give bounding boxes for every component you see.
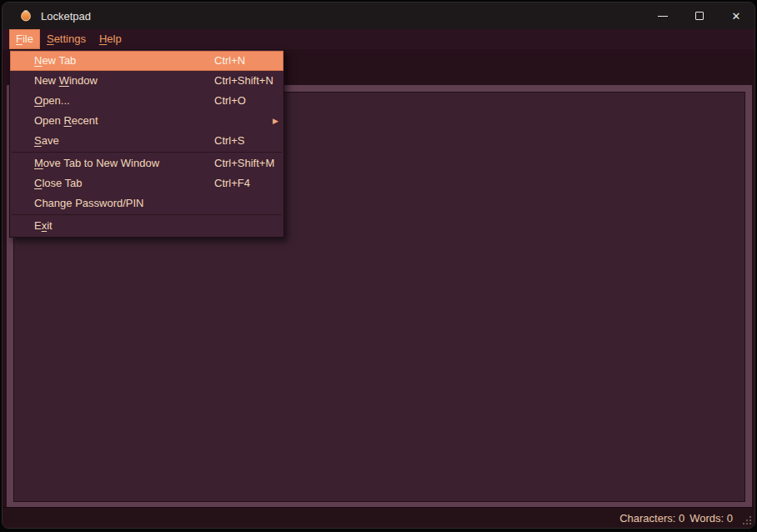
menu-separator (12, 214, 282, 215)
menu-item-open-recent[interactable]: Open Recent ▶ (10, 111, 283, 131)
menu-item-open[interactable]: Open... Ctrl+O (10, 91, 283, 111)
menu-item-new-tab[interactable]: New Tab Ctrl+N (10, 51, 283, 71)
menu-bar: File Settings Help (3, 29, 754, 49)
app-window: Locketpad ✕ File Settings Help Character… (2, 2, 755, 529)
shortcut-label: Ctrl+N (214, 51, 245, 71)
window-controls: ✕ (644, 3, 754, 29)
maximize-icon (695, 12, 704, 20)
shortcut-label: Ctrl+S (214, 131, 244, 151)
submenu-arrow-icon: ▶ (273, 111, 278, 131)
menu-separator (12, 152, 282, 153)
menu-item-new-window[interactable]: New Window Ctrl+Shift+N (10, 71, 283, 91)
minimize-icon (658, 16, 668, 17)
maximize-button[interactable] (681, 3, 718, 29)
resize-grip-icon[interactable] (742, 515, 752, 525)
menu-item-move-tab-to-new-window[interactable]: Move Tab to New Window Ctrl+Shift+M (10, 153, 283, 173)
shortcut-label: Ctrl+Shift+M (214, 153, 274, 173)
menubar-item-settings[interactable]: Settings (40, 29, 93, 49)
shortcut-label: Ctrl+Shift+N (214, 71, 273, 91)
menu-item-close-tab[interactable]: Close Tab Ctrl+F4 (10, 173, 283, 193)
shortcut-label: Ctrl+O (214, 91, 246, 111)
menu-item-exit[interactable]: Exit (10, 216, 283, 236)
window-title: Locketpad (41, 10, 91, 23)
menu-item-save[interactable]: Save Ctrl+S (10, 131, 283, 151)
title-bar: Locketpad ✕ (3, 3, 754, 29)
file-menu-dropdown: New Tab Ctrl+N New Window Ctrl+Shift+N O… (9, 49, 284, 238)
locket-app-icon (19, 9, 33, 23)
shortcut-label: Ctrl+F4 (214, 173, 250, 193)
menubar-item-file[interactable]: File (9, 29, 40, 49)
status-bar: Characters: 0 Words: 0 (3, 507, 754, 528)
menu-item-change-password-pin[interactable]: Change Password/PIN (10, 193, 283, 213)
minimize-button[interactable] (644, 3, 681, 29)
close-icon: ✕ (732, 10, 741, 23)
menubar-item-help[interactable]: Help (93, 29, 128, 49)
characters-count: Characters: 0 (619, 512, 684, 524)
close-button[interactable]: ✕ (718, 3, 754, 29)
words-count: Words: 0 (689, 512, 733, 524)
